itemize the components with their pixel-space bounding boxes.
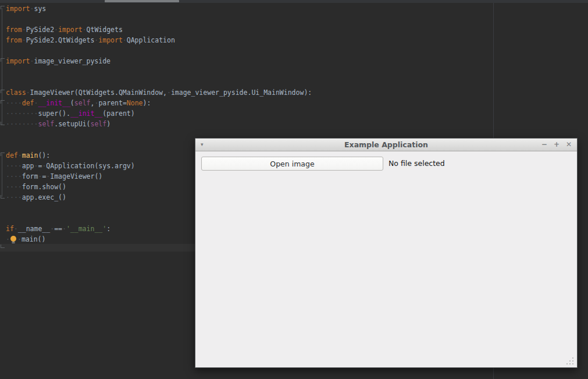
file-status-label: No file selected — [389, 157, 445, 171]
code-token: import — [6, 57, 30, 65]
code-line[interactable]: from·PySide2.QtWidgets·import·QApplicati… — [0, 35, 588, 45]
code-token: self — [38, 120, 55, 128]
code-token: ( — [70, 99, 74, 107]
code-token: def — [22, 99, 34, 107]
minimize-button[interactable]: − — [541, 139, 547, 151]
maximize-button[interactable]: + — [554, 139, 560, 151]
code-token: self — [74, 99, 91, 107]
code-line[interactable]: import·image_viewer_pyside — [0, 56, 588, 66]
code-token: ········ — [6, 120, 38, 128]
code-token: ········super(). — [6, 109, 70, 118]
code-token: · — [18, 151, 22, 160]
code-token: : — [106, 225, 111, 233]
example-application-window: ▾ Example Application − + ✕ Open image N… — [195, 138, 578, 368]
close-button[interactable]: ✕ — [566, 139, 572, 151]
code-line[interactable] — [0, 45, 588, 56]
code-token: main — [22, 151, 38, 160]
code-token: ····app·=·QApplication(sys.argv) — [6, 162, 135, 170]
code-token: ·sys — [30, 5, 47, 13]
code-token: ·PySide2.QtWidgets· — [22, 36, 99, 44]
code-line[interactable] — [0, 77, 588, 87]
code-token: ): — [143, 99, 151, 107]
code-token: import — [98, 36, 123, 44]
code-line[interactable]: import·sys — [0, 3, 588, 14]
code-token: self — [91, 120, 107, 128]
code-token: ····form·=·ImageViewer() — [6, 172, 102, 180]
code-line[interactable] — [0, 14, 588, 24]
code-token: if — [6, 225, 14, 233]
resize-grip-icon[interactable] — [566, 356, 575, 365]
code-token: ·image_viewer_pyside — [30, 57, 111, 65]
code-token: import — [6, 5, 30, 13]
titlebar[interactable]: ▾ Example Application − + ✕ — [195, 139, 577, 151]
code-token: ·QApplication — [123, 36, 175, 44]
code-line[interactable]: ········self.setupUi(self) — [0, 119, 588, 129]
code-token: ·__name__·==· — [14, 225, 66, 233]
window-content: Open image No file selected — [195, 151, 577, 367]
code-line[interactable]: ········super().__init__(parent) — [0, 108, 588, 119]
code-token: ···· — [6, 99, 22, 107]
code-token: ····app.exec_() — [6, 193, 66, 201]
scrollbar-thumb[interactable] — [105, 0, 179, 2]
code-token: .setupUi( — [54, 120, 90, 128]
editor-horizontal-scrollbar[interactable] — [0, 0, 588, 3]
code-token: class — [6, 88, 26, 97]
code-token: ·main() — [17, 235, 45, 243]
caret-line-highlight — [0, 244, 202, 252]
code-token: import — [58, 26, 83, 34]
ide-screen: import·sysfrom·PySide2·import·QtWidgetsf… — [0, 0, 588, 379]
code-token: __init__ — [38, 99, 70, 107]
code-token: def — [6, 151, 18, 160]
code-token: ·QtWidgets — [83, 26, 123, 34]
code-token: · — [6, 235, 10, 243]
code-line[interactable] — [0, 66, 588, 77]
lightbulb-icon[interactable] — [10, 235, 17, 243]
code-line[interactable]: ····def·__init__(self,·parent=None): — [0, 98, 588, 108]
code-token: ,·parent= — [91, 99, 127, 107]
code-token: ·PySide2· — [22, 26, 58, 34]
code-token: ····form.show() — [6, 183, 66, 191]
code-token: (): — [38, 151, 50, 160]
code-token: ) — [106, 120, 111, 128]
code-token: ·ImageViewer(QtWidgets.QMainWindow,·imag… — [26, 88, 312, 97]
code-token: from — [6, 36, 22, 44]
code-token: None — [127, 99, 143, 107]
code-token: __init__ — [70, 109, 102, 118]
code-line[interactable]: from·PySide2·import·QtWidgets — [0, 24, 588, 35]
open-image-button[interactable]: Open image — [201, 157, 383, 171]
code-line[interactable]: class·ImageViewer(QtWidgets.QMainWindow,… — [0, 87, 588, 98]
code-token: from — [6, 26, 22, 34]
code-token: (parent) — [102, 109, 134, 118]
code-token: '__main__' — [66, 225, 106, 233]
window-title: Example Application — [195, 139, 577, 151]
fold-marker-icon[interactable] — [1, 245, 5, 248]
